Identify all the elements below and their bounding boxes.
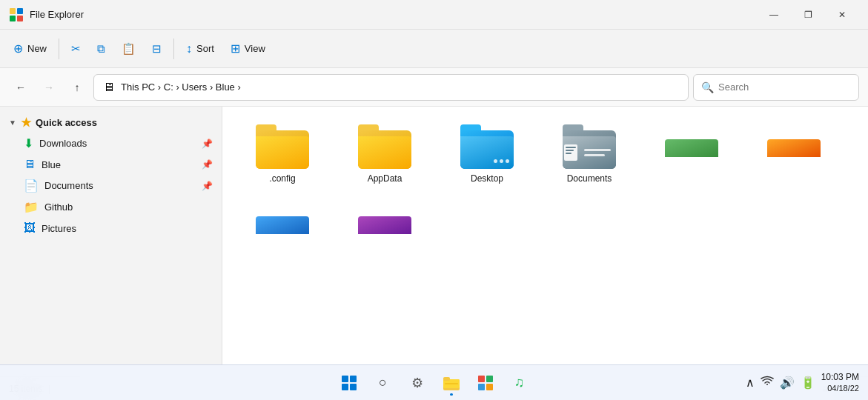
- copy-button[interactable]: ⧉: [90, 36, 113, 62]
- svg-rect-10: [443, 377, 450, 381]
- folder-config[interactable]: .config: [234, 119, 331, 190]
- folder-partial-orange[interactable]: [746, 119, 842, 163]
- svg-rect-11: [445, 383, 458, 384]
- rename-icon: ⊟: [152, 42, 162, 56]
- sidebar-item-documents[interactable]: 📄 Documents 📌: [0, 175, 222, 196]
- content-area: .config AppData: [222, 107, 868, 376]
- toolbar-sep-2: [173, 39, 174, 59]
- sort-button[interactable]: ↕ Sort: [179, 36, 222, 62]
- taskbar-right: ∧ 🔊 🔋 10:03 PM 04/18/22: [746, 372, 868, 394]
- files-taskbar-button[interactable]: [435, 368, 468, 398]
- minimize-button[interactable]: —: [757, 3, 791, 27]
- copy-icon: ⧉: [97, 42, 105, 56]
- address-bar[interactable]: 🖥 This PC › C: › Users › Blue ›: [93, 74, 689, 101]
- folder-partial-purple[interactable]: [337, 196, 433, 240]
- pin-icon-2: 📌: [202, 159, 213, 170]
- folder-partial-blue2[interactable]: [234, 196, 331, 240]
- blue-icon: 🖥: [24, 158, 36, 171]
- github-label: Github: [44, 201, 73, 213]
- star-icon: ★: [21, 116, 31, 130]
- folder-appdata[interactable]: AppData: [337, 119, 433, 190]
- downloads-label: Downloads: [39, 138, 87, 149]
- folder-desktop[interactable]: Desktop: [439, 119, 535, 190]
- paste-icon: 📋: [122, 42, 136, 56]
- quick-access-header[interactable]: ▼ ★ Quick access: [0, 113, 222, 133]
- paste-button[interactable]: 📋: [114, 36, 143, 62]
- sidebar: ▼ ★ Quick access ⬇ Downloads 📌 🖥 Blue 📌 …: [0, 107, 222, 376]
- sidebar-item-blue[interactable]: 🖥 Blue 📌: [0, 154, 222, 175]
- widgets-button[interactable]: [333, 368, 365, 398]
- search-taskbar-button[interactable]: ○: [367, 368, 400, 398]
- pictures-label: Pictures: [42, 223, 76, 234]
- toolbar-sep-1: [59, 39, 59, 59]
- folder-yellow-icon-2: [358, 124, 411, 169]
- maximize-button[interactable]: ❐: [791, 3, 825, 27]
- store-taskbar-button[interactable]: [469, 368, 502, 398]
- app-title: File Explorer: [30, 9, 751, 20]
- back-button[interactable]: ←: [9, 76, 33, 99]
- search-box[interactable]: 🔍: [693, 74, 859, 101]
- breadcrumb: This PC › C: › Users › Blue ›: [121, 81, 241, 93]
- search-input[interactable]: [718, 81, 851, 93]
- window-controls: — ❐ ✕: [757, 3, 859, 27]
- github-icon: 📁: [24, 200, 39, 214]
- download-icon: ⬇: [24, 136, 33, 150]
- rename-button[interactable]: ⊟: [145, 36, 169, 62]
- battery-icon: 🔋: [801, 376, 815, 390]
- chevron-down-icon: ▼: [9, 119, 16, 127]
- wifi-icon: [761, 376, 774, 389]
- sort-label: Sort: [196, 43, 214, 54]
- folder-partial-green[interactable]: [643, 119, 740, 163]
- blue-label: Blue: [42, 159, 61, 170]
- folder-desktop-label: Desktop: [471, 173, 503, 184]
- svg-rect-7: [350, 384, 357, 390]
- time-block[interactable]: 10:03 PM 04/18/22: [821, 372, 859, 394]
- search-icon: 🔍: [701, 81, 714, 93]
- spotify-taskbar-button[interactable]: ♫: [503, 368, 536, 398]
- windows-icon: [341, 375, 357, 391]
- folder-documents[interactable]: Documents: [541, 119, 637, 190]
- folder-taskbar-icon: [443, 376, 460, 390]
- taskbar: ○ ⚙ ♫ ∧: [0, 364, 868, 400]
- chevron-up-icon[interactable]: ∧: [746, 376, 755, 390]
- settings-taskbar-button[interactable]: ⚙: [401, 368, 434, 398]
- new-button[interactable]: ⊕ New: [6, 36, 54, 62]
- close-button[interactable]: ✕: [825, 3, 859, 27]
- sort-icon: ↕: [186, 42, 192, 56]
- sidebar-item-github[interactable]: 📁 Github: [0, 196, 222, 218]
- folder-grid: .config AppData: [234, 119, 856, 240]
- new-icon: ⊕: [13, 41, 23, 56]
- folder-documents-label: Documents: [567, 173, 612, 184]
- volume-icon: 🔊: [780, 376, 795, 390]
- toolbar: ⊕ New ✂ ⧉ 📋 ⊟ ↕ Sort ⊞ View: [0, 30, 868, 68]
- quick-access-label: Quick access: [36, 117, 97, 128]
- app-icon: [9, 7, 24, 22]
- folder-gray-icon: [563, 124, 616, 169]
- pin-icon-3: 📌: [202, 181, 213, 191]
- view-button[interactable]: ⊞ View: [223, 36, 273, 62]
- folder-yellow-icon: [256, 124, 309, 169]
- up-button[interactable]: ↑: [65, 76, 89, 99]
- folder-appdata-label: AppData: [368, 173, 402, 184]
- svg-rect-1: [17, 8, 23, 14]
- view-label: View: [245, 43, 265, 54]
- pictures-icon: 🖼: [24, 221, 36, 235]
- svg-rect-14: [478, 384, 485, 390]
- main-area: ▼ ★ Quick access ⬇ Downloads 📌 🖥 Blue 📌 …: [0, 107, 868, 376]
- store-icon: [477, 375, 494, 391]
- forward-button[interactable]: →: [37, 76, 61, 99]
- svg-rect-6: [342, 384, 348, 390]
- taskbar-center: ○ ⚙ ♫: [333, 368, 536, 398]
- wifi-signal-icon: [761, 376, 774, 386]
- sidebar-item-downloads[interactable]: ⬇ Downloads 📌: [0, 133, 222, 154]
- svg-rect-15: [486, 384, 493, 390]
- view-icon: ⊞: [231, 41, 240, 56]
- svg-rect-13: [486, 376, 493, 382]
- cut-button[interactable]: ✂: [64, 36, 88, 62]
- sidebar-item-pictures[interactable]: 🖼 Pictures: [0, 218, 222, 239]
- svg-rect-3: [17, 16, 23, 21]
- svg-rect-2: [10, 16, 16, 21]
- svg-rect-0: [10, 8, 16, 14]
- new-label: New: [27, 43, 47, 54]
- svg-rect-4: [342, 376, 348, 382]
